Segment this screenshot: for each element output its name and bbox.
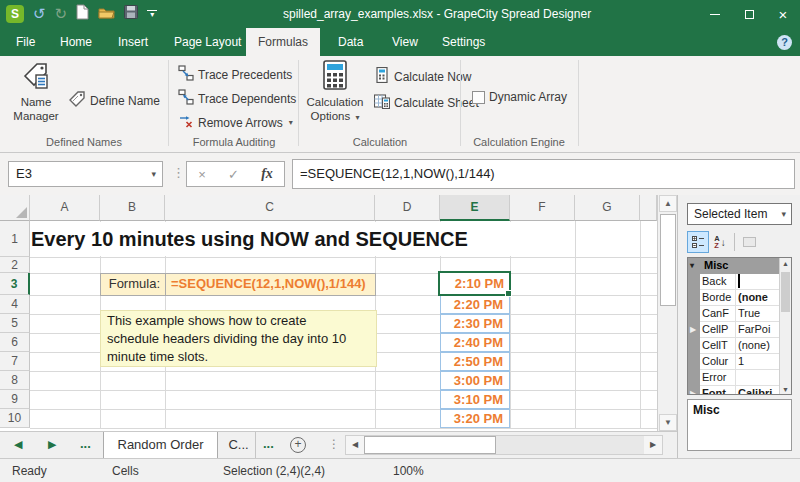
color-swatch[interactable] xyxy=(738,274,740,288)
vertical-scroll-thumb[interactable] xyxy=(660,214,676,306)
tab-view[interactable]: View xyxy=(380,28,430,56)
row-header-5[interactable]: 5 xyxy=(0,314,30,333)
remove-arrows-button[interactable]: Remove Arrows ▾ xyxy=(178,113,293,132)
property-row-cellpadding[interactable]: CellP FarPoi xyxy=(700,322,779,338)
name-manager-button[interactable]: Name Manager xyxy=(8,60,64,123)
tab-file[interactable]: File xyxy=(4,28,47,56)
select-all-corner[interactable] xyxy=(0,195,30,221)
cell-e9-time[interactable]: 3:10 PM xyxy=(440,390,510,409)
column-header-d[interactable]: D xyxy=(375,195,440,221)
property-row-celltype[interactable]: CellT (none) xyxy=(700,338,779,354)
prop-scroll-down-icon[interactable]: ▼ xyxy=(780,384,791,395)
row-header-10[interactable]: 10 xyxy=(0,409,30,428)
scroll-down-icon[interactable]: ▼ xyxy=(659,414,677,431)
row-header-8[interactable]: 8 xyxy=(0,371,30,390)
column-header-g[interactable]: G xyxy=(575,195,640,221)
redo-button[interactable]: ↻ xyxy=(55,5,68,23)
row-header-2[interactable]: 2 xyxy=(0,257,30,273)
tab-data[interactable]: Data xyxy=(326,28,375,56)
sheet-tab-next[interactable]: C... xyxy=(222,432,256,458)
scroll-right-icon[interactable]: ▶ xyxy=(644,436,662,454)
expand-chevron-icon[interactable]: ▶ xyxy=(690,386,700,395)
prop-scroll-up-icon[interactable]: ▲ xyxy=(780,258,791,270)
dynamic-array-checkbox[interactable]: Dynamic Array xyxy=(472,90,567,104)
row-header-6[interactable]: 6 xyxy=(0,333,30,352)
checkbox-icon[interactable] xyxy=(472,91,485,104)
row-header-9[interactable]: 9 xyxy=(0,390,30,409)
sheet-tab-random-order[interactable]: Random Order xyxy=(103,432,218,458)
property-row-border[interactable]: Borde (none xyxy=(700,290,779,306)
horizontal-scrollbar[interactable]: ◀ ▶ xyxy=(345,435,663,455)
property-row-font[interactable]: Font Calibri xyxy=(700,386,779,395)
cell-e8-time[interactable]: 3:00 PM xyxy=(440,371,510,390)
prop-scroll-thumb[interactable] xyxy=(781,272,790,312)
sheet-list-ellipsis[interactable]: ... xyxy=(80,436,91,451)
property-row-canfocus[interactable]: CanF True xyxy=(700,306,779,322)
calculate-sheet-button[interactable]: Calculate Sheet xyxy=(374,93,479,112)
save-button[interactable] xyxy=(124,5,138,23)
row-header-7[interactable]: 7 xyxy=(0,352,30,371)
status-zoom[interactable]: 100% xyxy=(393,464,424,478)
collapse-chevron-icon[interactable]: ▾ xyxy=(690,258,694,273)
tab-page-layout[interactable]: Page Layout xyxy=(162,28,253,56)
expand-chevron-icon[interactable]: ▶ xyxy=(690,322,700,338)
cell-c3-formula[interactable]: =SEQUENCE(12,1,NOW(),1/144) xyxy=(165,273,376,296)
vertical-scrollbar[interactable]: ▲ ▼ xyxy=(657,195,677,431)
sheet-nav-next-icon[interactable]: ▶ xyxy=(48,438,56,451)
calculation-options-dropdown-icon[interactable]: ▾ xyxy=(355,113,359,122)
row-header-4[interactable]: 4 xyxy=(0,295,30,314)
tab-settings[interactable]: Settings xyxy=(430,28,497,56)
column-header-f[interactable]: F xyxy=(510,195,575,221)
property-row-error[interactable]: Error xyxy=(700,370,779,386)
new-document-button[interactable] xyxy=(76,4,89,24)
calculation-options-button[interactable]: Calculation Options ▾ xyxy=(304,60,366,125)
calculate-now-button[interactable]: Calculate Now xyxy=(374,67,471,86)
cancel-icon[interactable]: × xyxy=(198,167,206,182)
name-box-dropdown-icon[interactable]: ▾ xyxy=(151,162,156,186)
tab-home[interactable]: Home xyxy=(48,28,104,56)
scroll-left-icon[interactable]: ◀ xyxy=(346,436,364,454)
cell-e10-time[interactable]: 3:20 PM xyxy=(440,409,510,428)
cell-e7-time[interactable]: 2:50 PM xyxy=(440,352,510,371)
property-row-column[interactable]: Colur 1 xyxy=(700,354,779,370)
minimize-button[interactable] xyxy=(698,0,732,28)
formula-input[interactable]: =SEQUENCE(12,1,NOW(),1/144) xyxy=(292,159,795,189)
tab-formulas[interactable]: Formulas xyxy=(246,28,320,56)
column-header-b[interactable]: B xyxy=(100,195,165,221)
note-text-box[interactable]: This example shows how to create schedul… xyxy=(100,310,377,367)
cell-e6-time[interactable]: 2:40 PM xyxy=(440,333,510,352)
property-grid-scrollbar[interactable]: ▲ ▼ xyxy=(779,258,791,395)
column-header-e[interactable]: E xyxy=(440,195,510,221)
cell-e4-time[interactable]: 2:20 PM xyxy=(440,295,510,314)
sheet-nav-prev-icon[interactable]: ◀ xyxy=(14,438,22,451)
insert-function-icon[interactable]: fx xyxy=(261,166,273,182)
add-sheet-icon[interactable]: + xyxy=(290,437,306,453)
category-row-misc[interactable]: ▾ Misc xyxy=(688,258,779,274)
cell-e5-time[interactable]: 2:30 PM xyxy=(440,314,510,333)
open-file-button[interactable] xyxy=(98,5,115,23)
horizontal-scroll-thumb[interactable] xyxy=(364,436,496,454)
alphabetical-view-button[interactable]: AZ↓ xyxy=(709,231,731,253)
column-header-a[interactable]: A xyxy=(30,195,100,221)
enter-icon[interactable]: ✓ xyxy=(228,167,239,182)
cell-a1-title[interactable]: Every 10 minutes using NOW and SEQUENCE xyxy=(31,222,513,256)
tab-insert[interactable]: Insert xyxy=(106,28,160,56)
trace-dependents-button[interactable]: Trace Dependents xyxy=(178,89,296,108)
categorized-view-button[interactable] xyxy=(687,231,709,253)
define-name-button[interactable]: Define Name xyxy=(68,90,160,111)
customize-toolbar-button[interactable]: ▾ xyxy=(147,10,157,18)
cell-b3-formula-label[interactable]: Formula: xyxy=(100,273,166,296)
column-header-c[interactable]: C xyxy=(165,195,375,221)
name-box[interactable]: E3 ▾ xyxy=(8,161,163,187)
property-row-back[interactable]: Back xyxy=(700,274,779,290)
undo-button[interactable]: ↺ xyxy=(33,5,46,23)
row-header-3[interactable]: 3 xyxy=(0,273,30,295)
sheet-list-ellipsis-2[interactable]: ... xyxy=(263,436,274,451)
remove-arrows-dropdown-icon[interactable]: ▾ xyxy=(289,118,293,127)
selected-item-dropdown[interactable]: Selected Item ▾ xyxy=(687,203,792,225)
trace-precedents-button[interactable]: Trace Precedents xyxy=(178,65,292,84)
maximize-button[interactable] xyxy=(732,0,766,28)
help-icon[interactable]: ? xyxy=(777,35,792,50)
close-button[interactable]: × xyxy=(766,0,800,28)
row-header-1[interactable]: 1 xyxy=(0,221,30,257)
